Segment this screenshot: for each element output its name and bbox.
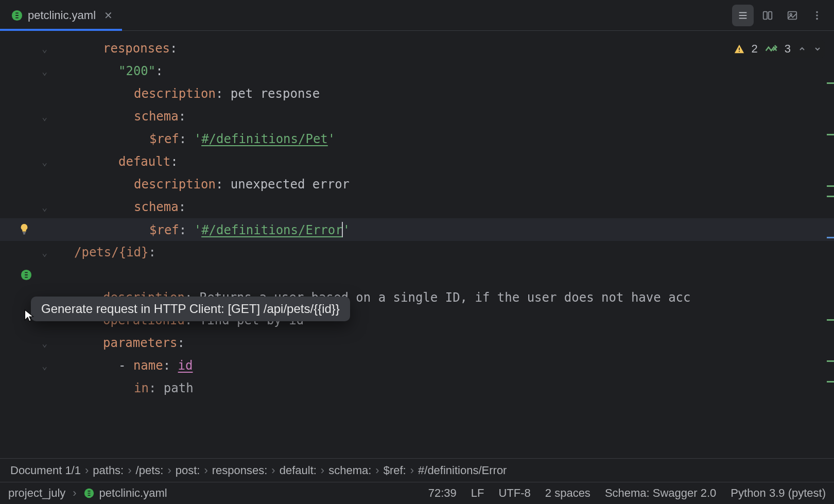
breadcrumb-item[interactable]: schema:: [328, 464, 371, 477]
breadcrumb-item[interactable]: #/definitions/Error: [418, 464, 507, 477]
code-line[interactable]: ⌄ responses:: [0, 37, 834, 60]
breadcrumb-item[interactable]: /pets:: [136, 464, 164, 477]
fold-icon[interactable]: ⌄: [42, 111, 47, 122]
fold-icon[interactable]: ⌄: [42, 66, 47, 77]
breadcrumb-item[interactable]: post:: [176, 464, 200, 477]
breadcrumb-item[interactable]: $ref:: [384, 464, 406, 477]
mouse-cursor-icon: [24, 309, 35, 323]
fold-icon[interactable]: ⌄: [42, 157, 47, 167]
svg-point-10: [816, 18, 818, 20]
gutter-tooltip: Generate request in HTTP Client: [GET] /…: [31, 297, 350, 321]
svg-rect-4: [763, 11, 767, 19]
svg-point-9: [816, 14, 818, 16]
code-editor[interactable]: 2 3 ⌄ responses: ⌄ "200": description: p…: [0, 31, 834, 458]
chevron-right-icon: ›: [375, 464, 379, 477]
editor-tabbar: petclinic.yaml ✕: [0, 0, 834, 31]
code-line[interactable]: [0, 264, 834, 286]
code-line[interactable]: ⌄ /pets/{id}:: [0, 241, 834, 264]
breadcrumb-item[interactable]: Document 1/1: [10, 464, 81, 477]
openapi-file-icon: [11, 10, 23, 21]
breadcrumb-item[interactable]: paths:: [93, 464, 124, 477]
chevron-right-icon: ›: [167, 464, 171, 477]
code-line[interactable]: ⌄ schema:: [0, 196, 834, 218]
status-interpreter[interactable]: Python 3.9 (pytest): [731, 486, 826, 500]
chevron-right-icon: ›: [73, 486, 76, 500]
chevron-right-icon: ›: [410, 464, 414, 477]
chevron-right-icon: ›: [271, 464, 275, 477]
status-project[interactable]: project_july: [8, 486, 65, 500]
code-line[interactable]: in: path: [0, 377, 834, 399]
code-line[interactable]: ⌄ schema:: [0, 105, 834, 128]
svg-rect-13: [23, 232, 26, 233]
chevron-right-icon: ›: [321, 464, 324, 477]
code-line[interactable]: ⌄ parameters:: [0, 332, 834, 354]
status-schema[interactable]: Schema: Swagger 2.0: [605, 486, 716, 500]
status-bar: project_july › petclinic.yaml 72:39 LF U…: [0, 482, 834, 503]
view-mode-split-icon[interactable]: [757, 5, 778, 26]
openapi-file-icon: [84, 488, 94, 498]
view-mode-text-icon[interactable]: [732, 5, 754, 26]
gutter-tooltip-text: Generate request in HTTP Client: [GET] /…: [41, 302, 340, 316]
code-line[interactable]: $ref: '#/definitions/Pet': [0, 128, 834, 150]
error-stripe[interactable]: [827, 31, 834, 458]
chevron-right-icon: ›: [85, 464, 89, 477]
breadcrumb-item[interactable]: responses:: [212, 464, 268, 477]
code-line[interactable]: ⌄ - name: id: [0, 354, 834, 377]
fold-icon[interactable]: ⌄: [42, 43, 47, 54]
code-line[interactable]: description: pet response: [0, 82, 834, 105]
chevron-right-icon: ›: [204, 464, 207, 477]
fold-icon[interactable]: ⌄: [42, 338, 47, 349]
chevron-right-icon: ›: [128, 464, 131, 477]
code-line[interactable]: $ref: '#/definitions/Error': [0, 218, 834, 241]
status-file[interactable]: petclinic.yaml: [99, 486, 167, 500]
status-indent[interactable]: 2 spaces: [545, 486, 590, 500]
breadcrumb-item[interactable]: default:: [280, 464, 317, 477]
svg-rect-14: [24, 233, 26, 234]
svg-point-8: [816, 11, 818, 13]
close-icon[interactable]: ✕: [104, 9, 113, 22]
fold-icon[interactable]: ⌄: [42, 360, 47, 371]
breadcrumb: Document 1/1› paths:› /pets:› post:› res…: [0, 458, 834, 482]
editor-tab-label: petclinic.yaml: [28, 9, 96, 22]
code-line[interactable]: ⌄ default:: [0, 150, 834, 173]
code-line[interactable]: ⌄ "200":: [0, 60, 834, 82]
editor-tab-petclinic[interactable]: petclinic.yaml ✕: [0, 0, 122, 30]
status-line-separator[interactable]: LF: [471, 486, 484, 500]
tab-actions: [732, 5, 834, 26]
view-mode-preview-icon[interactable]: [781, 5, 803, 26]
code-line[interactable]: description: unexpected error: [0, 173, 834, 196]
status-encoding[interactable]: UTF-8: [498, 486, 530, 500]
svg-rect-5: [769, 11, 772, 19]
more-options-icon[interactable]: [806, 5, 828, 26]
status-caret-position[interactable]: 72:39: [428, 486, 457, 500]
